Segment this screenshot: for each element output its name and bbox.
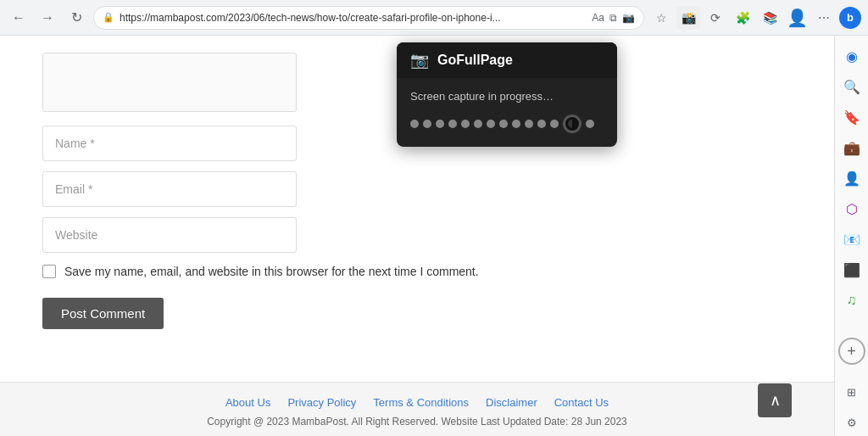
- dot-2: [423, 120, 431, 128]
- sidebar-copilot2-icon[interactable]: ⬡: [838, 195, 865, 222]
- sidebar-layout-icon[interactable]: ⊞: [838, 378, 865, 405]
- dot-6: [474, 120, 482, 128]
- save-info-checkbox[interactable]: [42, 265, 56, 278]
- favorites-icon[interactable]: ☆: [649, 6, 673, 30]
- website-input[interactable]: Website: [42, 217, 297, 253]
- dot-1: [410, 120, 419, 128]
- save-info-checkbox-row: Save my name, email, and website in this…: [42, 263, 500, 281]
- footer-copyright: Copyright @ 2023 MambaPost. All Right Re…: [0, 416, 834, 428]
- url-text: https://mambapost.com/2023/06/tech-news/…: [120, 12, 587, 24]
- footer: About Us Privacy Policy Terms & Conditio…: [0, 382, 834, 436]
- dot-8: [499, 120, 508, 128]
- sidebar-person-icon[interactable]: 👤: [838, 165, 865, 192]
- toolbar-icons: ☆ 📸 ⟳ 🧩 📚 👤 ⋯ b: [649, 6, 861, 30]
- sidebar-outlook-icon[interactable]: 📧: [838, 226, 865, 253]
- sidebar-spotify-icon[interactable]: ♫: [838, 287, 865, 314]
- save-info-label: Save my name, email, and website in this…: [64, 263, 479, 281]
- gofullpage-body: Screen capture in progress…: [397, 78, 617, 147]
- name-placeholder: Name *: [55, 137, 95, 150]
- sidebar-bookmark-icon[interactable]: 🔖: [838, 103, 865, 131]
- browser-chrome: ← → ↻ 🔒 https://mambapost.com/2023/06/te…: [0, 0, 868, 36]
- name-input[interactable]: Name *: [42, 126, 297, 161]
- terms-conditions-link[interactable]: Terms & Conditions: [373, 396, 469, 409]
- dot-10: [525, 120, 533, 128]
- dot-12: [550, 120, 559, 128]
- comment-top-box: [42, 53, 297, 112]
- screenshot-icon[interactable]: 📸: [676, 6, 700, 30]
- sidebar-teams-icon[interactable]: ⬛: [838, 256, 865, 283]
- footer-links: About Us Privacy Policy Terms & Conditio…: [0, 396, 834, 409]
- privacy-policy-link[interactable]: Privacy Policy: [287, 396, 356, 409]
- dot-3: [436, 120, 444, 128]
- sidebar-copilot-icon[interactable]: ◉: [838, 42, 865, 70]
- reload-button[interactable]: ↻: [64, 6, 88, 30]
- forward-button[interactable]: →: [36, 6, 59, 30]
- about-us-link[interactable]: About Us: [225, 396, 270, 409]
- dot-4: [448, 120, 457, 128]
- lock-icon: 🔒: [103, 12, 114, 23]
- bing-icon[interactable]: b: [839, 7, 861, 29]
- chevron-up-icon: ∧: [770, 391, 781, 410]
- extensions-icon[interactable]: 🧩: [731, 6, 754, 30]
- sidebar-search-icon[interactable]: 🔍: [838, 73, 865, 100]
- dot-5: [461, 120, 470, 128]
- gofullpage-status: Screen capture in progress…: [410, 90, 604, 103]
- sidebar-briefcase-icon[interactable]: 💼: [838, 134, 865, 161]
- dot-11: [537, 120, 546, 128]
- sidebar-settings-icon[interactable]: ⚙: [838, 409, 865, 436]
- dot-7: [487, 120, 495, 128]
- post-comment-button[interactable]: Post Comment: [42, 298, 164, 329]
- tab-icon: ⧉: [609, 12, 617, 24]
- email-input[interactable]: Email *: [42, 171, 297, 207]
- dot-14: [586, 120, 594, 128]
- scroll-top-button[interactable]: ∧: [758, 383, 792, 417]
- more-icon[interactable]: ⋯: [812, 6, 836, 30]
- website-form-group: Website: [42, 217, 792, 253]
- profile-icon[interactable]: 👤: [785, 6, 809, 30]
- dot-9: [512, 120, 520, 128]
- email-form-group: Email *: [42, 171, 792, 207]
- gofullpage-title: GoFullPage: [437, 53, 513, 68]
- back-button[interactable]: ←: [7, 6, 31, 30]
- gofullpage-camera-icon: 📷: [410, 51, 429, 70]
- dot-active: [563, 115, 581, 133]
- website-placeholder: Website: [55, 228, 97, 242]
- camera-icon[interactable]: 📷: [622, 12, 635, 24]
- reader-icon: Aa: [592, 12, 604, 24]
- email-placeholder: Email *: [55, 182, 92, 196]
- sidebar-add-button[interactable]: +: [838, 338, 865, 365]
- contact-us-link[interactable]: Contact Us: [554, 396, 609, 409]
- refresh-icon[interactable]: ⟳: [704, 6, 727, 30]
- progress-dots: [410, 115, 604, 133]
- address-bar[interactable]: 🔒 https://mambapost.com/2023/06/tech-new…: [93, 6, 644, 30]
- right-sidebar: ◉ 🔍 🔖 💼 👤 ⬡ 📧 ⬛ ♫ + ⊞ ⚙: [834, 36, 868, 436]
- disclaimer-link[interactable]: Disclaimer: [486, 396, 537, 409]
- gofullpage-header: 📷 GoFullPage: [397, 42, 617, 78]
- gofullpage-popup: 📷 GoFullPage Screen capture in progress…: [397, 42, 617, 147]
- collections-icon[interactable]: 📚: [758, 6, 782, 30]
